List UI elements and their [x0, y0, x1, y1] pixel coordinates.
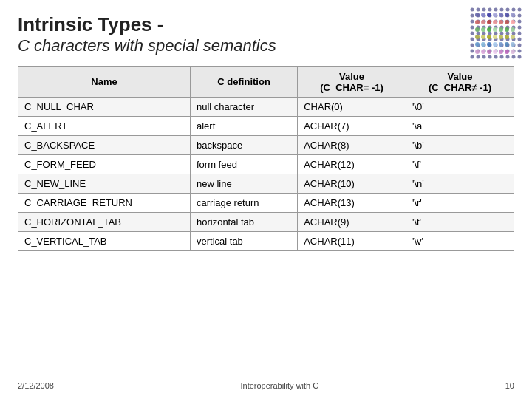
- cell-r1-c1: alert: [190, 116, 297, 135]
- svg-point-18: [487, 27, 491, 32]
- cell-r7-c0: C_VERTICAL_TAB: [18, 231, 191, 250]
- footer-page: 10: [505, 381, 514, 390]
- cell-r6-c1: horizontal tab: [190, 212, 297, 231]
- svg-point-19: [493, 27, 497, 32]
- cell-r5-c2: ACHAR(13): [298, 193, 406, 212]
- svg-point-16: [475, 27, 480, 32]
- footer-center: Interoperability with C: [240, 381, 318, 390]
- svg-point-41: [499, 50, 503, 54]
- svg-point-24: [481, 35, 485, 39]
- footer-date: 2/12/2008: [18, 381, 54, 390]
- svg-point-9: [475, 20, 480, 24]
- table-row: C_CARRIAGE_RETURNcarriage returnACHAR(13…: [18, 193, 514, 212]
- table-row: C_ALERTalertACHAR(7)'\a': [18, 116, 514, 135]
- svg-point-39: [487, 50, 491, 54]
- svg-point-35: [505, 42, 509, 47]
- decorative-dots: [470, 7, 522, 59]
- svg-point-40: [493, 50, 497, 54]
- svg-point-31: [481, 42, 485, 47]
- svg-point-22: [511, 27, 515, 32]
- svg-point-5: [493, 13, 497, 17]
- svg-point-23: [475, 35, 480, 39]
- cell-r5-c3: '\r': [406, 193, 514, 212]
- svg-point-15: [511, 20, 515, 24]
- svg-point-14: [505, 20, 509, 24]
- table-row: C_VERTICAL_TABvertical tabACHAR(11)'\v': [18, 231, 514, 250]
- data-table: Name C definition Value(C_CHAR= -1) Valu…: [18, 66, 514, 251]
- cell-r4-c1: new line: [190, 174, 297, 193]
- cell-r1-c2: ACHAR(7): [298, 116, 406, 135]
- cell-r0-c1: null character: [190, 97, 297, 116]
- cell-r2-c3: '\b': [406, 135, 514, 154]
- page-header: Intrinsic Types - C characters with spec…: [18, 13, 514, 56]
- svg-point-17: [481, 27, 485, 32]
- svg-point-6: [499, 13, 503, 17]
- svg-point-34: [499, 42, 503, 47]
- cell-r0-c3: '\0': [406, 97, 514, 116]
- page-footer: 2/12/2008 Interoperability with C 10: [18, 375, 514, 390]
- cell-r7-c3: '\v': [406, 231, 514, 250]
- svg-point-4: [487, 13, 491, 17]
- cell-r3-c3: '\f': [406, 154, 514, 174]
- cell-r6-c0: C_HORIZONTAL_TAB: [18, 212, 191, 231]
- svg-point-29: [511, 35, 515, 39]
- cell-r5-c0: C_CARRIAGE_RETURN: [18, 193, 191, 212]
- col-header-name: Name: [18, 66, 191, 97]
- title-line2: C characters with special semantics: [18, 36, 514, 55]
- cell-r6-c3: '\t': [406, 212, 514, 231]
- cell-r3-c2: ACHAR(12): [298, 154, 406, 174]
- table-row: C_BACKSPACEbackspaceACHAR(8)'\b': [18, 135, 514, 154]
- svg-point-10: [481, 20, 485, 24]
- cell-r2-c1: backspace: [190, 135, 297, 154]
- cell-r0-c0: C_NULL_CHAR: [18, 97, 191, 116]
- cell-r5-c1: carriage return: [190, 193, 297, 212]
- svg-point-38: [481, 50, 485, 54]
- cell-r1-c0: C_ALERT: [18, 116, 191, 135]
- table-header-row: Name C definition Value(C_CHAR= -1) Valu…: [18, 66, 514, 97]
- table-row: C_HORIZONTAL_TABhorizontal tabACHAR(9)'\…: [18, 212, 514, 231]
- svg-point-25: [487, 35, 491, 39]
- svg-point-27: [499, 35, 503, 39]
- cell-r7-c1: vertical tab: [190, 231, 297, 250]
- table-row: C_FORM_FEEDform feedACHAR(12)'\f': [18, 154, 514, 174]
- svg-point-42: [505, 50, 509, 54]
- col-header-value2: Value(C_CHAR≠ -1): [406, 66, 514, 97]
- svg-point-13: [499, 20, 503, 24]
- svg-point-36: [511, 42, 515, 47]
- cell-r1-c3: '\a': [406, 116, 514, 135]
- cell-r4-c2: ACHAR(10): [298, 174, 406, 193]
- cell-r3-c1: form feed: [190, 154, 297, 174]
- svg-point-43: [511, 50, 515, 54]
- svg-point-33: [493, 42, 497, 47]
- table-row: C_NEW_LINEnew lineACHAR(10)'\n': [18, 174, 514, 193]
- svg-point-12: [493, 20, 497, 24]
- svg-point-30: [475, 42, 480, 47]
- cell-r0-c2: CHAR(0): [298, 97, 406, 116]
- svg-point-26: [493, 35, 497, 39]
- svg-point-3: [481, 13, 485, 17]
- svg-point-32: [487, 42, 491, 47]
- cell-r6-c2: ACHAR(9): [298, 212, 406, 231]
- svg-point-37: [475, 50, 480, 54]
- svg-point-2: [475, 13, 480, 17]
- cell-r2-c0: C_BACKSPACE: [18, 135, 191, 154]
- svg-point-28: [505, 35, 509, 39]
- svg-point-7: [505, 13, 509, 17]
- col-header-value1: Value(C_CHAR= -1): [298, 66, 406, 97]
- cell-r3-c0: C_FORM_FEED: [18, 154, 191, 174]
- svg-point-21: [505, 27, 509, 32]
- svg-point-20: [499, 27, 503, 32]
- table-row: C_NULL_CHARnull characterCHAR(0)'\0': [18, 97, 514, 116]
- title-line1: Intrinsic Types -: [18, 13, 514, 36]
- page-container: Intrinsic Types - C characters with spec…: [0, 0, 532, 399]
- svg-point-11: [487, 20, 491, 24]
- cell-r4-c3: '\n': [406, 174, 514, 193]
- col-header-definition: C definition: [190, 66, 297, 97]
- cell-r4-c0: C_NEW_LINE: [18, 174, 191, 193]
- svg-point-8: [511, 13, 515, 17]
- cell-r7-c2: ACHAR(11): [298, 231, 406, 250]
- cell-r2-c2: ACHAR(8): [298, 135, 406, 154]
